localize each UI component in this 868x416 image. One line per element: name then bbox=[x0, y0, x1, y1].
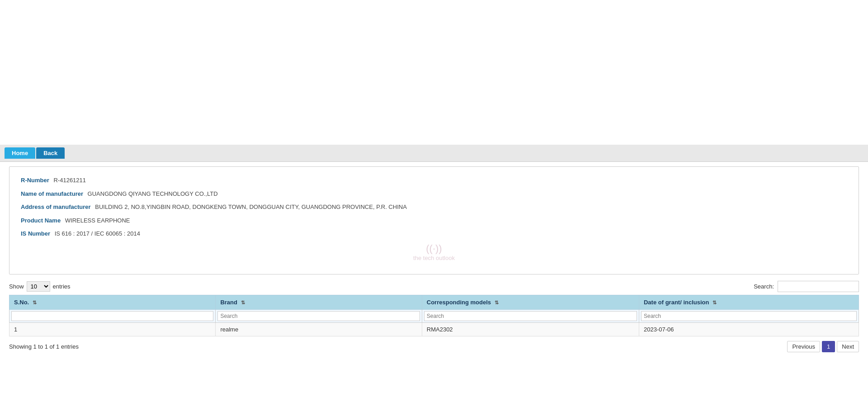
entries-label: entries bbox=[53, 283, 71, 290]
manufacturer-address-row: Address of manufacturer BUILDING 2, NO.8… bbox=[21, 203, 847, 212]
manufacturer-address-label: Address of manufacturer bbox=[21, 203, 91, 210]
cell-brand: realme bbox=[216, 322, 422, 336]
product-name-row: Product Name WIRELESS EARPHONE bbox=[21, 216, 847, 225]
sno-sort-icon: ⇅ bbox=[33, 300, 37, 306]
next-button[interactable]: Next bbox=[837, 341, 859, 352]
product-name-value: WIRELESS EARPHONE bbox=[65, 217, 130, 224]
pagination-buttons: Previous 1 Next bbox=[787, 341, 859, 352]
search-label: Search: bbox=[754, 283, 774, 290]
is-number-row: IS Number IS 616 : 2017 / IEC 60065 : 20… bbox=[21, 229, 847, 238]
r-number-value: R-41261211 bbox=[53, 177, 86, 184]
search-cell-sno bbox=[9, 309, 216, 322]
show-label: Show bbox=[9, 283, 24, 290]
main-table: S.No. ⇅ Brand ⇅ Corresponding models ⇅ D… bbox=[9, 295, 859, 336]
brand-sort-icon: ⇅ bbox=[241, 300, 245, 306]
page-1-button[interactable]: 1 bbox=[822, 341, 835, 352]
watermark-text: the tech outlook bbox=[413, 255, 455, 261]
global-search-control: Search: bbox=[754, 281, 859, 292]
search-input-models[interactable] bbox=[424, 311, 637, 321]
col-date-label: Date of grant/ inclusion bbox=[644, 299, 709, 306]
info-card: R-Number R-41261211 Name of manufacturer… bbox=[9, 166, 859, 274]
showing-text: Showing 1 to 1 of 1 entries bbox=[9, 343, 79, 350]
cell-models: RMA2302 bbox=[422, 322, 639, 336]
col-header-sno[interactable]: S.No. ⇅ bbox=[9, 295, 216, 309]
manufacturer-name-row: Name of manufacturer GUANGDONG QIYANG TE… bbox=[21, 189, 847, 199]
col-header-models[interactable]: Corresponding models ⇅ bbox=[422, 295, 639, 309]
table-header-row: S.No. ⇅ Brand ⇅ Corresponding models ⇅ D… bbox=[9, 295, 859, 309]
col-brand-label: Brand bbox=[220, 299, 237, 306]
is-number-label: IS Number bbox=[21, 230, 50, 237]
manufacturer-address-value: BUILDING 2, NO.8,YINGBIN ROAD, DONGKENG … bbox=[95, 203, 407, 210]
table-search-row bbox=[9, 309, 859, 322]
col-header-brand[interactable]: Brand ⇅ bbox=[216, 295, 422, 309]
search-cell-date bbox=[639, 309, 859, 322]
cell-date: 2023-07-06 bbox=[639, 322, 859, 336]
product-name-label: Product Name bbox=[21, 217, 61, 224]
table-body: 1realmeRMA23022023-07-06 bbox=[9, 322, 859, 336]
search-cell-models bbox=[422, 309, 639, 322]
previous-button[interactable]: Previous bbox=[787, 341, 820, 352]
cell-sno: 1 bbox=[9, 322, 216, 336]
models-sort-icon: ⇅ bbox=[495, 300, 499, 306]
watermark-icon: ((·)) bbox=[21, 243, 847, 255]
navbar: Home Back bbox=[0, 145, 868, 162]
search-cell-brand bbox=[216, 309, 422, 322]
home-button[interactable]: Home bbox=[5, 147, 35, 159]
back-button[interactable]: Back bbox=[36, 147, 65, 159]
col-sno-label: S.No. bbox=[14, 299, 29, 306]
col-header-date[interactable]: Date of grant/ inclusion ⇅ bbox=[639, 295, 859, 309]
search-input-brand[interactable] bbox=[217, 311, 420, 321]
col-models-label: Corresponding models bbox=[427, 299, 491, 306]
table-row: 1realmeRMA23022023-07-06 bbox=[9, 322, 859, 336]
search-input-sno[interactable] bbox=[11, 311, 213, 321]
pagination-row: Showing 1 to 1 of 1 entries Previous 1 N… bbox=[9, 341, 859, 352]
table-controls: Show 10 25 50 100 entries Search: bbox=[9, 281, 859, 292]
search-input-date[interactable] bbox=[641, 311, 857, 321]
show-entries-control: Show 10 25 50 100 entries bbox=[9, 281, 71, 292]
manufacturer-name-label: Name of manufacturer bbox=[21, 190, 83, 197]
r-number-row: R-Number R-41261211 bbox=[21, 176, 847, 185]
date-sort-icon: ⇅ bbox=[712, 300, 717, 306]
r-number-label: R-Number bbox=[21, 177, 49, 184]
is-number-value: IS 616 : 2017 / IEC 60065 : 2014 bbox=[55, 230, 140, 237]
watermark-container: ((·)) the tech outlook bbox=[21, 243, 847, 261]
manufacturer-name-value: GUANGDONG QIYANG TECHNOLOGY CO.,LTD bbox=[88, 190, 218, 197]
entries-select[interactable]: 10 25 50 100 bbox=[27, 281, 50, 292]
global-search-input[interactable] bbox=[778, 281, 859, 292]
